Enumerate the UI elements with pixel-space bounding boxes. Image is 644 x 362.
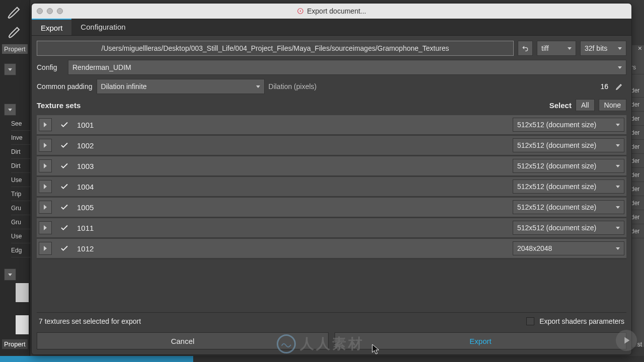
- expand-set-button[interactable]: [39, 221, 52, 234]
- titlebar: Export document...: [32, 4, 631, 19]
- set-size-select[interactable]: 512x512 (document size): [513, 118, 624, 132]
- undo-path-button[interactable]: [518, 41, 533, 56]
- set-size-value: 512x512 (document size): [517, 224, 596, 232]
- chevron-down-icon: [568, 47, 572, 50]
- check-icon: [60, 161, 69, 170]
- set-size-select[interactable]: 2048x2048: [513, 241, 624, 255]
- config-select[interactable]: Renderman_UDIM: [68, 60, 626, 75]
- set-checkbox[interactable]: [59, 243, 70, 254]
- chevron-down-icon: [618, 66, 622, 69]
- check-icon: [60, 182, 69, 191]
- select-group: Select All None: [549, 99, 626, 111]
- export-path-input[interactable]: [37, 41, 514, 56]
- bg-left-item: Dirt: [11, 159, 31, 173]
- set-name: 1005: [77, 203, 506, 212]
- expand-set-button[interactable]: [39, 139, 52, 152]
- set-name: 1002: [77, 141, 506, 150]
- export-button[interactable]: Export: [335, 332, 626, 349]
- set-size-value: 512x512 (document size): [517, 203, 596, 211]
- set-size-value: 512x512 (document size): [517, 162, 596, 170]
- set-size-value: 2048x2048: [517, 244, 552, 252]
- set-size-select[interactable]: 512x512 (document size): [513, 138, 624, 152]
- check-icon: [60, 141, 69, 150]
- bg-properties-label: Propert: [2, 44, 28, 54]
- bg-left-item: Gru: [11, 201, 31, 215]
- window-title-text: Export document...: [307, 7, 366, 15]
- bg-left-item: Use: [11, 229, 31, 243]
- app-icon: [297, 8, 304, 15]
- brush-icon: [7, 4, 23, 20]
- path-row: tiff 32f bits: [37, 41, 626, 56]
- set-name: 1011: [77, 224, 506, 232]
- padding-value: Dilation infinite: [101, 82, 147, 90]
- set-checkbox[interactable]: [59, 222, 70, 233]
- bg-left-item: Dirt: [11, 145, 31, 159]
- format-select[interactable]: tiff: [537, 41, 576, 56]
- check-icon: [60, 120, 69, 129]
- set-size-select[interactable]: 512x512 (document size): [513, 221, 624, 235]
- expand-set-button[interactable]: [39, 118, 52, 131]
- set-size-select[interactable]: 512x512 (document size): [513, 200, 624, 214]
- expand-set-button[interactable]: [39, 159, 52, 172]
- select-none-button[interactable]: None: [599, 99, 626, 111]
- texture-set-row: 1002512x512 (document size): [37, 136, 626, 156]
- chevron-down-icon: [616, 165, 620, 167]
- chevron-right-icon: [44, 225, 47, 230]
- set-size-select[interactable]: 512x512 (document size): [513, 179, 624, 194]
- chevron-right-icon: [44, 163, 47, 168]
- bitdepth-select[interactable]: 32f bits: [580, 41, 626, 56]
- set-checkbox[interactable]: [59, 140, 70, 151]
- padding-label: Common padding: [37, 82, 93, 90]
- window-title: Export document...: [32, 7, 631, 15]
- set-size-value: 512x512 (document size): [517, 141, 596, 149]
- set-checkbox[interactable]: [59, 202, 70, 213]
- texture-set-row: 1003512x512 (document size): [37, 156, 626, 177]
- config-value: Renderman_UDIM: [72, 63, 131, 71]
- tab-configuration[interactable]: Configuration: [71, 19, 134, 35]
- bg-collapse-3: [4, 268, 16, 281]
- padding-select[interactable]: Dilation infinite: [97, 79, 265, 94]
- bg-close-icon: ×: [638, 44, 642, 52]
- bg-left-item: Gru: [11, 215, 31, 229]
- edit-dilation-button[interactable]: [614, 81, 624, 92]
- expand-set-button[interactable]: [39, 242, 52, 255]
- texture-set-row: 1005512x512 (document size): [37, 198, 626, 218]
- bg-left-list: See Inve Dirt Dirt Use Trip Gru Gru Use …: [11, 117, 31, 257]
- expand-set-button[interactable]: [39, 201, 52, 214]
- set-name: 1003: [77, 162, 506, 170]
- texture-set-row: 10122048x2048: [37, 239, 626, 259]
- set-checkbox[interactable]: [59, 181, 70, 192]
- set-checkbox[interactable]: [59, 119, 70, 130]
- bg-collapse-2: [4, 104, 16, 116]
- export-shaders-checkbox[interactable]: [526, 317, 534, 325]
- chevron-down-icon: [616, 124, 620, 126]
- set-size-select[interactable]: 512x512 (document size): [513, 159, 624, 173]
- watermark: 人人素材: [277, 334, 364, 353]
- select-label: Select: [549, 101, 572, 110]
- select-all-button[interactable]: All: [576, 99, 595, 111]
- format-value: tiff: [541, 44, 549, 52]
- status-text: 7 textures set selected for export: [39, 317, 141, 325]
- play-overlay-icon: [616, 330, 637, 351]
- set-checkbox[interactable]: [59, 160, 70, 171]
- set-size-value: 512x512 (document size): [517, 183, 596, 191]
- bg-swatch-1: [15, 283, 29, 303]
- check-icon: [60, 203, 69, 212]
- chevron-down-icon: [616, 227, 620, 229]
- bg-left-item: Use: [11, 173, 31, 187]
- export-shaders-row: Export shaders parameters: [526, 317, 624, 325]
- check-icon: [60, 223, 69, 232]
- chevron-right-icon: [44, 205, 47, 210]
- chevron-down-icon: [618, 47, 622, 50]
- watermark-text: 人人素材: [300, 334, 364, 353]
- dialog-content: tiff 32f bits Config Renderman_UDIM Comm…: [32, 36, 631, 329]
- texture-sets-header: Texture sets Select All None: [37, 99, 626, 111]
- export-shaders-label: Export shaders parameters: [539, 317, 624, 325]
- expand-set-button[interactable]: [39, 180, 52, 193]
- bg-left-item: Trip: [11, 187, 31, 201]
- texture-set-row: 1001512x512 (document size): [37, 115, 626, 136]
- chevron-right-icon: [44, 143, 47, 148]
- tab-export[interactable]: Export: [32, 19, 71, 35]
- bitdepth-value: 32f bits: [585, 44, 607, 52]
- status-row: 7 textures set selected for export Expor…: [37, 312, 626, 329]
